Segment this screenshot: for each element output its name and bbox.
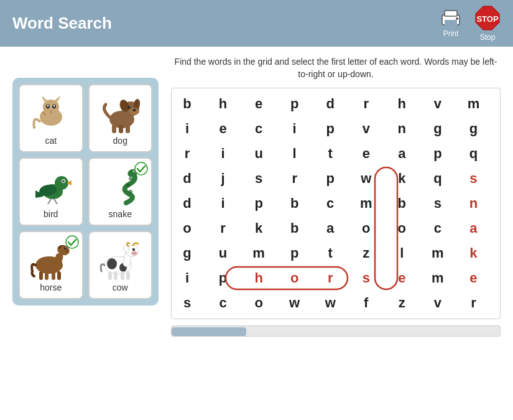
grid-cell-4-7[interactable]: s bbox=[425, 191, 450, 216]
grid-cell-0-6[interactable]: h bbox=[389, 91, 414, 116]
grid-cell-3-0[interactable]: d bbox=[175, 166, 200, 191]
grid-cell-8-3[interactable]: w bbox=[282, 291, 307, 315]
grid-cell-6-0[interactable]: g bbox=[175, 241, 200, 266]
grid-cell-8-2[interactable]: o bbox=[246, 291, 271, 315]
grid-cell-6-7[interactable]: m bbox=[425, 241, 450, 266]
grid-cell-8-1[interactable]: c bbox=[211, 291, 236, 315]
svg-point-15 bbox=[53, 105, 55, 107]
grid-cell-4-2[interactable]: p bbox=[246, 191, 271, 216]
grid-cell-7-4[interactable]: r bbox=[318, 266, 343, 291]
grid-cell-4-1[interactable]: i bbox=[211, 191, 236, 216]
grid-cell-4-5[interactable]: m bbox=[354, 191, 379, 216]
grid-cell-1-6[interactable]: n bbox=[389, 116, 414, 141]
grid-cell-1-8[interactable]: g bbox=[461, 116, 486, 141]
grid-cell-0-0[interactable]: b bbox=[175, 91, 200, 116]
grid-cell-4-4[interactable]: c bbox=[318, 191, 343, 216]
grid-cell-3-4[interactable]: p bbox=[318, 166, 343, 191]
grid-cell-5-2[interactable]: k bbox=[246, 216, 271, 241]
snake-check-badge bbox=[134, 162, 148, 175]
grid-cell-7-8[interactable]: e bbox=[461, 266, 486, 291]
grid-cell-3-8[interactable]: s bbox=[461, 166, 486, 191]
grid-cell-8-7[interactable]: v bbox=[425, 291, 450, 315]
grid-cell-0-4[interactable]: d bbox=[318, 91, 343, 116]
grid-cell-8-0[interactable]: s bbox=[175, 291, 200, 315]
grid-cell-8-8[interactable]: r bbox=[461, 291, 486, 315]
svg-point-53 bbox=[66, 250, 68, 251]
grid-cell-4-3[interactable]: b bbox=[282, 191, 307, 216]
grid-cell-1-0[interactable]: i bbox=[175, 116, 200, 141]
grid-cell-4-6[interactable]: b bbox=[389, 191, 414, 216]
grid-cell-7-2[interactable]: h bbox=[246, 266, 271, 291]
stop-button[interactable]: STOP Stop bbox=[474, 5, 501, 42]
grid-cell-2-8[interactable]: q bbox=[461, 141, 486, 166]
grid-cell-6-3[interactable]: p bbox=[282, 241, 307, 266]
grid-cell-2-4[interactable]: t bbox=[318, 141, 343, 166]
grid-cell-5-1[interactable]: r bbox=[211, 216, 236, 241]
grid-cell-3-6[interactable]: k bbox=[389, 166, 414, 191]
grid-cell-6-6[interactable]: l bbox=[389, 241, 414, 266]
animal-card-dog[interactable]: dog bbox=[88, 84, 153, 152]
grid-cell-2-3[interactable]: l bbox=[282, 141, 307, 166]
grid-cell-1-7[interactable]: g bbox=[425, 116, 450, 141]
grid-cell-7-3[interactable]: o bbox=[282, 266, 307, 291]
grid-cell-0-8[interactable]: m bbox=[461, 91, 486, 116]
stop-label: Stop bbox=[480, 33, 496, 42]
animal-card-snake[interactable]: snake bbox=[88, 157, 153, 226]
animal-card-cat[interactable]: cat bbox=[19, 84, 83, 152]
grid-cell-5-7[interactable]: c bbox=[425, 216, 450, 241]
grid-cell-7-7[interactable]: m bbox=[425, 266, 450, 291]
grid-cell-2-5[interactable]: e bbox=[354, 141, 379, 166]
printer-icon bbox=[440, 9, 462, 27]
grid-cell-4-8[interactable]: n bbox=[461, 191, 486, 216]
grid-cell-6-4[interactable]: t bbox=[318, 241, 343, 266]
grid-cell-8-5[interactable]: f bbox=[354, 291, 379, 315]
animal-card-cow[interactable]: cow bbox=[88, 231, 153, 299]
grid-cell-3-3[interactable]: r bbox=[282, 166, 307, 191]
grid-cell-2-0[interactable]: r bbox=[175, 141, 200, 166]
grid-cell-7-5[interactable]: s bbox=[354, 266, 379, 291]
grid-cell-1-5[interactable]: v bbox=[354, 116, 379, 141]
print-button[interactable]: Print bbox=[440, 9, 462, 38]
grid-cell-1-4[interactable]: p bbox=[318, 116, 343, 141]
grid-cell-2-7[interactable]: p bbox=[425, 141, 450, 166]
grid-cell-0-1[interactable]: h bbox=[211, 91, 236, 116]
grid-cell-1-1[interactable]: e bbox=[211, 116, 236, 141]
svg-point-46 bbox=[129, 190, 132, 194]
svg-point-65 bbox=[131, 251, 137, 255]
grid-cell-3-7[interactable]: q bbox=[425, 166, 450, 191]
grid-cell-2-6[interactable]: a bbox=[389, 141, 414, 166]
grid-cell-6-2[interactable]: m bbox=[246, 241, 271, 266]
grid-cell-5-6[interactable]: o bbox=[389, 216, 414, 241]
grid-cell-7-6[interactable]: e bbox=[389, 266, 414, 291]
grid-cell-5-0[interactable]: o bbox=[175, 216, 200, 241]
svg-point-67 bbox=[135, 253, 136, 254]
grid-cell-5-4[interactable]: a bbox=[318, 216, 343, 241]
grid-cell-3-1[interactable]: j bbox=[211, 166, 236, 191]
grid-cell-4-0[interactable]: d bbox=[175, 191, 200, 216]
grid-cell-6-5[interactable]: z bbox=[354, 241, 379, 266]
scrollbar[interactable] bbox=[171, 325, 501, 337]
animal-card-bird[interactable]: bird bbox=[19, 157, 83, 226]
grid-cell-0-2[interactable]: e bbox=[246, 91, 271, 116]
grid-cell-1-2[interactable]: c bbox=[246, 116, 271, 141]
grid-cell-7-0[interactable]: i bbox=[175, 266, 200, 291]
animal-card-horse[interactable]: horse bbox=[19, 231, 83, 299]
grid-cell-2-2[interactable]: u bbox=[246, 141, 271, 166]
grid-cell-7-1[interactable]: p bbox=[211, 266, 236, 291]
svg-line-38 bbox=[48, 199, 51, 204]
grid-cell-2-1[interactable]: i bbox=[211, 141, 236, 166]
grid-cell-8-4[interactable]: w bbox=[318, 291, 343, 315]
grid-cell-3-2[interactable]: s bbox=[246, 166, 271, 191]
grid-cell-5-3[interactable]: b bbox=[282, 216, 307, 241]
grid-cell-6-8[interactable]: k bbox=[461, 241, 486, 266]
instruction-text: Find the words in the grid and select th… bbox=[171, 56, 501, 80]
grid-cell-0-3[interactable]: p bbox=[282, 91, 307, 116]
grid-cell-8-6[interactable]: z bbox=[389, 291, 414, 315]
grid-cell-1-3[interactable]: i bbox=[282, 116, 307, 141]
grid-cell-6-1[interactable]: u bbox=[211, 241, 236, 266]
grid-cell-0-7[interactable]: v bbox=[425, 91, 450, 116]
grid-cell-5-8[interactable]: a bbox=[461, 216, 486, 241]
grid-cell-5-5[interactable]: o bbox=[354, 216, 379, 241]
grid-cell-3-5[interactable]: w bbox=[354, 166, 379, 191]
grid-cell-0-5[interactable]: r bbox=[354, 91, 379, 116]
